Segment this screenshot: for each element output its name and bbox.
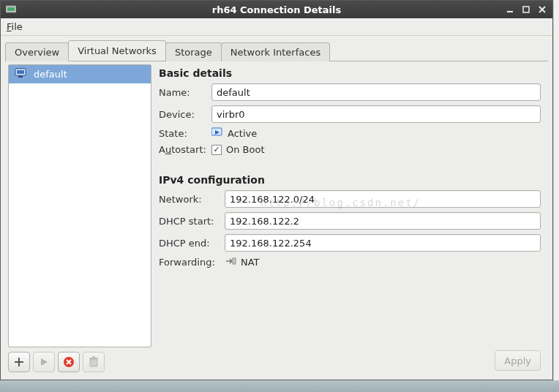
tab-overview[interactable]: Overview [5, 42, 69, 61]
forwarding-label: Forwarding: [159, 257, 225, 268]
dhcp-end-input[interactable] [225, 234, 541, 252]
svg-rect-3 [523, 7, 529, 12]
autostart-label: Autostart: [159, 144, 211, 155]
name-input[interactable] [211, 83, 541, 101]
svg-marker-11 [41, 358, 48, 366]
sidebar: default [5, 61, 154, 375]
stop-network-button[interactable] [58, 352, 80, 372]
add-network-button[interactable] [8, 352, 30, 372]
device-label: Device: [159, 109, 211, 120]
active-icon [211, 127, 223, 140]
dhcp-start-label: DHCP start: [159, 216, 225, 227]
virtual-networks-panel: default http://blog.csdn.net/ [5, 61, 548, 375]
state-value: Active [211, 127, 257, 140]
network-toolbar [8, 347, 151, 372]
state-label: State: [159, 128, 211, 139]
window-title: rh64 Connection Details [1, 4, 552, 15]
svg-rect-20 [233, 258, 236, 264]
play-icon [39, 357, 49, 367]
delete-network-button[interactable] [83, 352, 105, 372]
state-text: Active [228, 128, 257, 139]
apply-button[interactable]: Apply [495, 350, 541, 371]
maximize-button[interactable] [520, 4, 532, 15]
ipv4-heading: IPv4 configuration [159, 174, 541, 186]
svg-rect-15 [90, 359, 97, 366]
plus-icon [13, 356, 25, 368]
basic-details-heading: Basic details [159, 67, 541, 79]
svg-rect-8 [18, 76, 23, 78]
autostart-checkbox[interactable]: ✓ [211, 145, 222, 155]
details-pane: http://blog.csdn.net/ Basic details Name… [154, 61, 548, 375]
name-label: Name: [159, 87, 211, 98]
connection-details-window: rh64 Connection Details File Overview Vi… [0, 0, 553, 380]
network-icon [15, 68, 28, 80]
autostart-text: On Boot [226, 144, 265, 155]
svg-rect-16 [89, 358, 98, 359]
nat-icon [225, 256, 236, 268]
trash-icon [89, 356, 99, 368]
network-list-item[interactable]: default [9, 65, 151, 83]
menubar: File [1, 18, 552, 36]
tabs: Overview Virtual Networks Storage Networ… [1, 36, 552, 61]
svg-rect-1 [7, 7, 15, 11]
tab-network-interfaces[interactable]: Network Interfaces [221, 42, 330, 61]
dhcp-start-input[interactable] [225, 212, 541, 230]
svg-rect-17 [92, 356, 95, 358]
window-controls [504, 4, 548, 15]
close-button[interactable] [536, 4, 548, 15]
start-network-button[interactable] [33, 352, 55, 372]
svg-rect-7 [17, 70, 24, 74]
titlebar[interactable]: rh64 Connection Details [1, 1, 552, 18]
network-list[interactable]: default [8, 64, 151, 347]
forwarding-text: NAT [241, 257, 260, 268]
device-input[interactable] [211, 105, 541, 123]
minimize-button[interactable] [504, 4, 516, 15]
network-input[interactable] [225, 190, 541, 208]
forwarding-value: NAT [225, 256, 260, 268]
network-label: Network: [159, 194, 225, 205]
tab-virtual-networks[interactable]: Virtual Networks [68, 40, 166, 61]
network-list-item-label: default [34, 69, 67, 80]
menu-file[interactable]: File [7, 21, 23, 32]
app-icon [5, 4, 17, 15]
tab-storage[interactable]: Storage [165, 42, 222, 61]
dhcp-end-label: DHCP end: [159, 238, 225, 249]
stop-icon [63, 356, 75, 368]
